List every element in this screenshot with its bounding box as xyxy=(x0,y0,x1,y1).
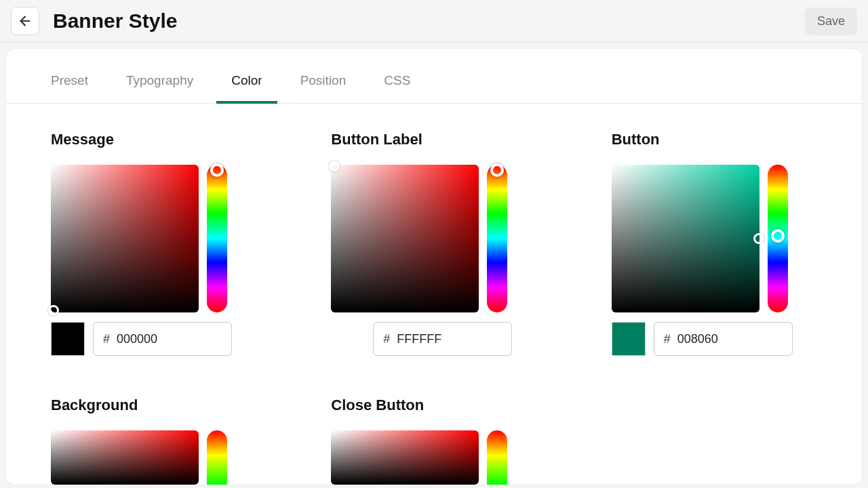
saturation-cursor[interactable] xyxy=(753,233,764,244)
hue-slider[interactable] xyxy=(768,165,788,312)
hash-label: # xyxy=(103,332,110,346)
hue-slider[interactable] xyxy=(487,430,507,485)
saturation-canvas[interactable] xyxy=(331,430,479,485)
hex-input[interactable] xyxy=(677,332,783,346)
swatch-row: # xyxy=(51,322,256,356)
section-message: Message # xyxy=(51,131,256,356)
saturation-canvas[interactable] xyxy=(331,165,479,312)
swatch-row: # xyxy=(612,322,817,356)
saturation-cursor[interactable] xyxy=(329,161,340,171)
swatch-row: # xyxy=(331,322,536,356)
hue-cursor[interactable] xyxy=(210,163,224,177)
section-title-button-label: Button Label xyxy=(331,131,536,148)
content: Message # xyxy=(6,104,862,485)
hash-label: # xyxy=(664,332,671,346)
hash-label: # xyxy=(383,332,390,346)
tabs: Preset Typography Color Position CSS xyxy=(6,49,862,104)
picker-row xyxy=(612,165,817,312)
picker-row xyxy=(331,165,536,312)
section-title-button: Button xyxy=(612,131,817,148)
picker-row xyxy=(51,165,256,312)
section-title-background: Background xyxy=(51,396,256,414)
section-background: Background xyxy=(51,396,256,485)
hex-input[interactable] xyxy=(117,332,222,346)
save-button[interactable]: Save xyxy=(805,7,857,35)
color-swatch xyxy=(612,322,646,356)
saturation-canvas[interactable] xyxy=(51,430,199,485)
hue-cursor[interactable] xyxy=(490,163,504,177)
hue-slider[interactable] xyxy=(207,165,227,312)
page-title: Banner Style xyxy=(53,9,177,33)
saturation-cursor[interactable] xyxy=(48,305,59,316)
header: Banner Style Save xyxy=(0,0,868,43)
main-card: Preset Typography Color Position CSS Mes… xyxy=(5,48,863,485)
color-grid: Message # xyxy=(51,131,817,485)
section-title-close-button: Close Button xyxy=(331,396,536,414)
hue-slider[interactable] xyxy=(487,165,507,312)
color-swatch xyxy=(51,322,85,356)
hue-slider[interactable] xyxy=(207,430,227,485)
section-title-message: Message xyxy=(51,131,256,148)
arrow-left-icon xyxy=(18,14,33,28)
section-close-button: Close Button xyxy=(331,396,536,485)
section-button-label: Button Label # xyxy=(331,131,536,356)
section-button: Button # xyxy=(612,131,817,356)
hex-input-wrap[interactable]: # xyxy=(654,322,793,356)
saturation-canvas[interactable] xyxy=(612,165,760,312)
hue-cursor[interactable] xyxy=(771,229,785,243)
hex-input-wrap[interactable]: # xyxy=(373,322,512,356)
saturation-canvas[interactable] xyxy=(51,165,199,312)
tab-typography[interactable]: Typography xyxy=(126,49,193,103)
picker-row xyxy=(331,430,536,485)
back-button[interactable] xyxy=(11,7,39,35)
tab-css[interactable]: CSS xyxy=(384,49,410,103)
tab-preset[interactable]: Preset xyxy=(51,49,88,103)
tab-position[interactable]: Position xyxy=(300,49,347,103)
hex-input[interactable] xyxy=(397,332,502,346)
picker-row xyxy=(51,430,256,485)
hex-input-wrap[interactable]: # xyxy=(93,322,232,356)
header-left: Banner Style xyxy=(11,7,177,35)
tab-color[interactable]: Color xyxy=(231,49,262,103)
